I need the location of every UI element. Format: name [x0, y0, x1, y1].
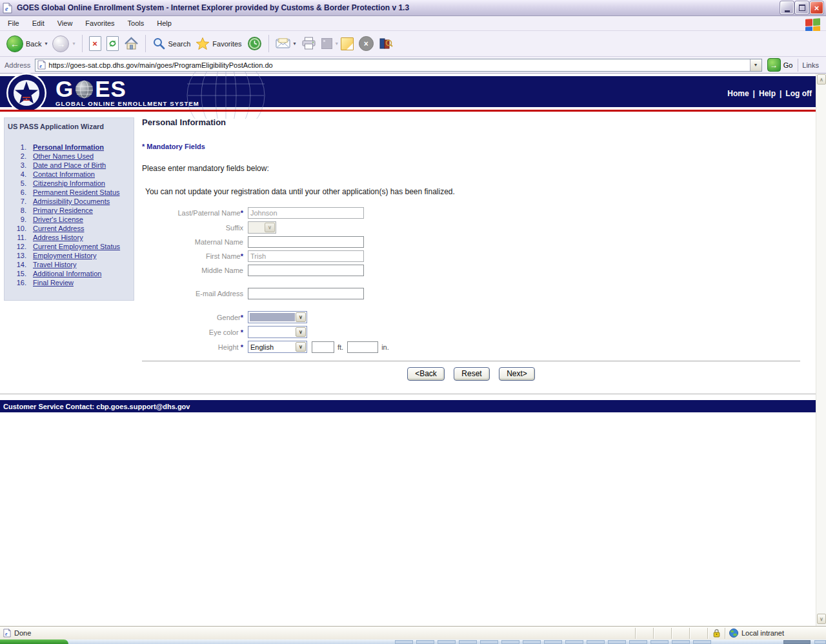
nav-help-link[interactable]: Help [759, 89, 776, 98]
menu-edit[interactable]: Edit [26, 17, 51, 30]
restore-button[interactable] [795, 1, 809, 14]
wizard-step-current-employment-status[interactable]: 12.Current Employment Status [5, 242, 134, 251]
gender-select[interactable]: ∨ [248, 311, 307, 323]
refresh-button[interactable] [104, 34, 121, 53]
suffix-select[interactable]: ∨ [248, 221, 276, 234]
nav-logoff-link[interactable]: Log off [785, 89, 812, 98]
wizard-step-link[interactable]: Address History [33, 233, 83, 242]
wizard-step-address-history[interactable]: 11.Address History [5, 233, 134, 242]
taskbar-button[interactable] [395, 640, 413, 644]
wizard-step-additional-information[interactable]: 15.Additional Information [5, 269, 134, 278]
wizard-step-link[interactable]: Permanent Resident Status [33, 188, 120, 197]
wizard-step-link[interactable]: Employment History [33, 251, 96, 260]
taskbar-button[interactable] [416, 640, 434, 644]
wizard-step-link[interactable]: Driver's License [33, 215, 83, 224]
reset-button[interactable]: Reset [454, 367, 489, 381]
back-form-button[interactable]: <Back [407, 367, 445, 381]
wizard-step-link[interactable]: Travel History [33, 260, 76, 269]
height-unit-select[interactable]: English∨ [248, 341, 307, 353]
forward-button[interactable]: → ▾ [50, 34, 77, 54]
wizard-step-drivers-license[interactable]: 9.Driver's License [5, 215, 134, 224]
height-feet-input[interactable] [312, 341, 334, 353]
back-button[interactable]: ← Back ▾ [4, 34, 50, 54]
messenger-note-button[interactable] [338, 35, 356, 52]
wizard-step-contact-information[interactable]: 4.Contact Information [5, 170, 134, 179]
address-url[interactable]: https://goes-sat.cbp.dhs.gov/main/goes/P… [48, 61, 749, 69]
back-dropdown-icon[interactable]: ▾ [45, 41, 47, 46]
wizard-step-primary-residence[interactable]: 8.Primary Residence [5, 206, 134, 215]
wizard-step-link[interactable]: Current Address [33, 224, 84, 233]
links-button[interactable]: Links [802, 61, 823, 69]
wizard-step-link[interactable]: Primary Residence [33, 206, 93, 215]
dhs-seal-logo [6, 72, 47, 114]
menu-view[interactable]: View [51, 17, 79, 30]
taskbar-button[interactable] [629, 640, 647, 644]
taskbar-button[interactable] [814, 640, 826, 644]
messenger-button[interactable]: × [356, 34, 376, 53]
wizard-step-personal-information[interactable]: 1.Personal Information [5, 143, 134, 152]
taskbar-button[interactable] [480, 640, 498, 644]
taskbar-button[interactable] [587, 640, 605, 644]
taskbar-button[interactable] [438, 640, 456, 644]
menu-tools[interactable]: Tools [121, 17, 151, 30]
menu-favorites[interactable]: Favorites [79, 17, 121, 30]
taskbar-button[interactable] [693, 640, 711, 644]
wizard-step-admissibility-documents[interactable]: 7.Admissibility Documents [5, 197, 134, 206]
print-button[interactable] [299, 35, 319, 52]
history-button[interactable] [245, 34, 265, 53]
wizard-step-other-names-used[interactable]: 2.Other Names Used [5, 152, 134, 161]
wizard-step-link[interactable]: Other Names Used [33, 152, 94, 161]
search-button[interactable]: Search [150, 35, 194, 52]
middle-name-input[interactable] [248, 265, 364, 276]
wizard-step-employment-history[interactable]: 13.Employment History [5, 251, 134, 260]
menu-file[interactable]: File [1, 17, 26, 30]
stop-button[interactable]: × [86, 34, 104, 53]
wizard-step-link[interactable]: Citizenship Information [33, 179, 105, 188]
scroll-down-button[interactable]: ∨ [817, 614, 826, 624]
page-scrollbar[interactable]: ∧ ∨ [816, 74, 826, 626]
mail-button[interactable]: ▾ [273, 36, 299, 51]
wizard-step-link[interactable]: Admissibility Documents [33, 197, 110, 206]
eye-color-select[interactable]: ∨ [248, 326, 307, 338]
taskbar-button[interactable] [565, 640, 583, 644]
taskbar-button[interactable] [544, 640, 562, 644]
start-button-fragment[interactable] [0, 639, 68, 644]
wizard-step-travel-history[interactable]: 14.Travel History [5, 260, 134, 269]
wizard-step-link[interactable]: Additional Information [33, 269, 101, 278]
taskbar-button[interactable] [501, 640, 519, 644]
taskbar-button[interactable] [672, 640, 690, 644]
wizard-step-current-address[interactable]: 10.Current Address [5, 224, 134, 233]
email-input[interactable] [248, 288, 364, 299]
research-button[interactable] [376, 35, 396, 52]
menu-help[interactable]: Help [150, 17, 178, 30]
wizard-step-citizenship-information[interactable]: 5.Citizenship Information [5, 179, 134, 188]
height-inches-input[interactable] [347, 341, 378, 353]
wizard-step-link[interactable]: Current Employment Status [33, 242, 120, 251]
wizard-step-link[interactable]: Date and Place of Birth [33, 161, 106, 170]
taskbar-button[interactable] [459, 640, 477, 644]
address-dropdown-button[interactable]: ▾ [750, 59, 761, 71]
taskbar-button-active[interactable] [783, 640, 811, 644]
taskbar-button[interactable] [523, 640, 541, 644]
taskbar-button[interactable] [650, 640, 669, 644]
mail-dropdown-icon[interactable]: ▾ [294, 41, 296, 46]
address-input[interactable]: e https://goes-sat.cbp.dhs.gov/main/goes… [35, 59, 761, 72]
nav-home-link[interactable]: Home [727, 89, 749, 98]
wizard-step-link[interactable]: Final Review [33, 278, 74, 287]
next-button[interactable]: Next> [499, 367, 535, 381]
wizard-step-link[interactable]: Personal Information [33, 143, 104, 152]
home-button[interactable] [121, 35, 141, 52]
wizard-step-date-and-place-of-birth[interactable]: 3.Date and Place of Birth [5, 161, 134, 170]
wizard-step-final-review[interactable]: 16.Final Review [5, 278, 134, 287]
go-button[interactable]: → Go [762, 58, 798, 72]
last-name-input[interactable] [248, 207, 364, 219]
close-button[interactable]: × [810, 1, 823, 14]
favorites-button[interactable]: Favorites [193, 35, 244, 52]
scroll-up-button[interactable]: ∧ [817, 74, 826, 85]
minimize-button[interactable] [780, 1, 794, 14]
first-name-input[interactable] [248, 250, 364, 262]
taskbar-button[interactable] [608, 640, 626, 644]
wizard-step-permanent-resident-status[interactable]: 6.Permanent Resident Status [5, 188, 134, 197]
maternal-name-input[interactable] [248, 236, 364, 248]
wizard-step-link[interactable]: Contact Information [33, 170, 95, 179]
